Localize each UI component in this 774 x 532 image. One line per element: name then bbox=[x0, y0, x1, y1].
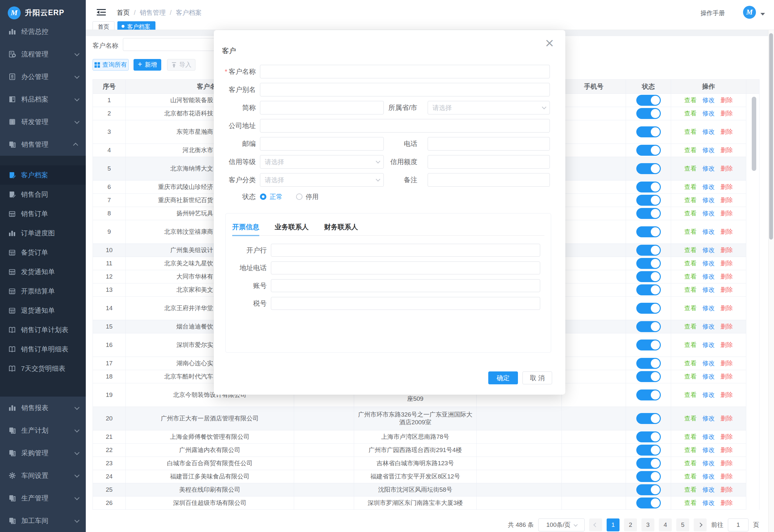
status-toggle[interactable] bbox=[636, 413, 661, 424]
status-toggle[interactable] bbox=[636, 371, 661, 382]
delete-link[interactable]: 删除 bbox=[720, 486, 733, 494]
sidebar-item-研发管理[interactable]: I研发管理 bbox=[0, 111, 86, 133]
edit-link[interactable]: 修改 bbox=[702, 286, 715, 294]
view-link[interactable]: 查看 bbox=[684, 273, 697, 281]
view-link[interactable]: 查看 bbox=[684, 128, 697, 136]
tab-customer-archive[interactable]: 客户档案 bbox=[117, 21, 155, 30]
zip-input[interactable] bbox=[260, 137, 384, 151]
sidebar-item-销售合同[interactable]: 销售合同 bbox=[0, 185, 86, 204]
user-menu-caret-icon[interactable] bbox=[760, 13, 765, 15]
sidebar-item-生产计划[interactable]: 生产计划 bbox=[0, 419, 86, 442]
company-address-input[interactable] bbox=[260, 119, 550, 133]
status-toggle[interactable] bbox=[636, 445, 661, 456]
edit-link[interactable]: 修改 bbox=[702, 210, 715, 217]
delete-link[interactable]: 删除 bbox=[720, 304, 733, 312]
credit-limit-input[interactable] bbox=[428, 155, 550, 169]
province-select[interactable]: 请选择 bbox=[428, 101, 550, 114]
page-button-1[interactable]: 1 bbox=[607, 518, 620, 531]
sidebar-item-车间设置[interactable]: 车间设置 bbox=[0, 464, 86, 487]
breadcrumb-home[interactable]: 首页 bbox=[117, 8, 130, 17]
edit-link[interactable]: 修改 bbox=[702, 373, 715, 380]
status-toggle[interactable] bbox=[636, 358, 661, 369]
delete-link[interactable]: 删除 bbox=[720, 341, 733, 349]
delete-link[interactable]: 删除 bbox=[720, 110, 733, 117]
edit-link[interactable]: 修改 bbox=[702, 228, 715, 236]
edit-link[interactable]: 修改 bbox=[702, 128, 715, 136]
status-toggle[interactable] bbox=[636, 458, 661, 469]
tax-no-input[interactable] bbox=[271, 297, 540, 310]
delete-link[interactable]: 删除 bbox=[720, 459, 733, 467]
phone-input[interactable] bbox=[428, 137, 550, 151]
edit-link[interactable]: 修改 bbox=[702, 473, 715, 480]
tab-invoice-info[interactable]: 开票信息 bbox=[232, 222, 259, 236]
prev-page-button[interactable] bbox=[589, 518, 602, 531]
table-scrollbar-thumb[interactable] bbox=[752, 97, 756, 171]
delete-link[interactable]: 删除 bbox=[720, 165, 733, 172]
goto-page-input[interactable] bbox=[728, 518, 749, 531]
view-link[interactable]: 查看 bbox=[684, 473, 697, 480]
bank-input[interactable] bbox=[271, 244, 540, 257]
sidebar-item-7天交货明细表[interactable]: 7天交货明细表 bbox=[0, 359, 86, 378]
delete-link[interactable]: 删除 bbox=[720, 260, 733, 267]
status-normal-option[interactable]: 正常 bbox=[260, 192, 283, 201]
page-scrollbar-track[interactable] bbox=[768, 30, 774, 532]
delete-link[interactable]: 删除 bbox=[720, 286, 733, 294]
close-icon[interactable]: × bbox=[545, 37, 554, 49]
status-toggle[interactable] bbox=[636, 284, 661, 295]
view-link[interactable]: 查看 bbox=[684, 96, 697, 104]
customer-alias-input[interactable] bbox=[260, 83, 550, 96]
page-button-3[interactable]: 3 bbox=[641, 518, 654, 531]
delete-link[interactable]: 删除 bbox=[720, 146, 733, 154]
delete-link[interactable]: 删除 bbox=[720, 246, 733, 254]
status-toggle[interactable] bbox=[636, 471, 661, 482]
status-toggle[interactable] bbox=[636, 484, 661, 495]
delete-link[interactable]: 删除 bbox=[720, 415, 733, 422]
category-select[interactable]: 请选择 bbox=[260, 173, 384, 187]
view-link[interactable]: 查看 bbox=[684, 304, 697, 312]
manual-link[interactable]: 操作手册 bbox=[700, 9, 725, 17]
view-link[interactable]: 查看 bbox=[684, 286, 697, 294]
query-all-button[interactable]: 查询所有 bbox=[93, 59, 129, 71]
edit-link[interactable]: 修改 bbox=[702, 486, 715, 494]
status-toggle[interactable] bbox=[636, 163, 661, 174]
delete-link[interactable]: 删除 bbox=[720, 446, 733, 454]
sidebar-item-经营总控[interactable]: 经营总控 bbox=[0, 20, 86, 43]
page-size-select[interactable]: 100条/页 bbox=[538, 518, 585, 531]
sidebar-item-办公管理[interactable]: 办公管理 bbox=[0, 65, 86, 88]
breadcrumb-sales[interactable]: 销售管理 bbox=[140, 8, 166, 17]
status-toggle[interactable] bbox=[636, 182, 661, 192]
edit-link[interactable]: 修改 bbox=[702, 260, 715, 267]
edit-link[interactable]: 修改 bbox=[702, 304, 715, 312]
sidebar-item-销售订单明细表[interactable]: 销售订单明细表 bbox=[0, 340, 86, 359]
sidebar-item-销售报表[interactable]: 销售报表 bbox=[0, 397, 86, 419]
view-link[interactable]: 查看 bbox=[684, 196, 697, 204]
delete-link[interactable]: 删除 bbox=[720, 196, 733, 204]
user-avatar[interactable]: M bbox=[743, 6, 756, 19]
view-link[interactable]: 查看 bbox=[684, 110, 697, 117]
delete-link[interactable]: 删除 bbox=[720, 473, 733, 480]
status-toggle[interactable] bbox=[636, 321, 661, 332]
remark-input[interactable] bbox=[428, 173, 550, 187]
sidebar-item-生产管理[interactable]: 生产管理 bbox=[0, 487, 86, 509]
status-toggle[interactable] bbox=[636, 431, 661, 442]
sidebar-collapse-icon[interactable] bbox=[97, 8, 106, 16]
view-link[interactable]: 查看 bbox=[684, 415, 697, 422]
sidebar-item-开票结算单[interactable]: 开票结算单 bbox=[0, 281, 86, 301]
edit-link[interactable]: 修改 bbox=[702, 341, 715, 349]
status-toggle[interactable] bbox=[636, 95, 661, 106]
import-button[interactable]: 导入 bbox=[167, 59, 195, 71]
view-link[interactable]: 查看 bbox=[684, 499, 697, 507]
view-link[interactable]: 查看 bbox=[684, 341, 697, 349]
sidebar-item-采购管理[interactable]: 采购管理 bbox=[0, 442, 86, 464]
view-link[interactable]: 查看 bbox=[684, 360, 697, 367]
account-input[interactable] bbox=[271, 279, 540, 292]
edit-link[interactable]: 修改 bbox=[702, 323, 715, 330]
edit-link[interactable]: 修改 bbox=[702, 459, 715, 467]
edit-link[interactable]: 修改 bbox=[702, 446, 715, 454]
edit-link[interactable]: 修改 bbox=[702, 246, 715, 254]
view-link[interactable]: 查看 bbox=[684, 165, 697, 172]
sidebar-item-加工车间[interactable]: 加工车间 bbox=[0, 509, 86, 532]
delete-link[interactable]: 删除 bbox=[720, 210, 733, 217]
add-button[interactable]: + 新增 bbox=[134, 59, 161, 71]
sidebar-item-客户档案[interactable]: 客户档案 bbox=[0, 165, 86, 185]
